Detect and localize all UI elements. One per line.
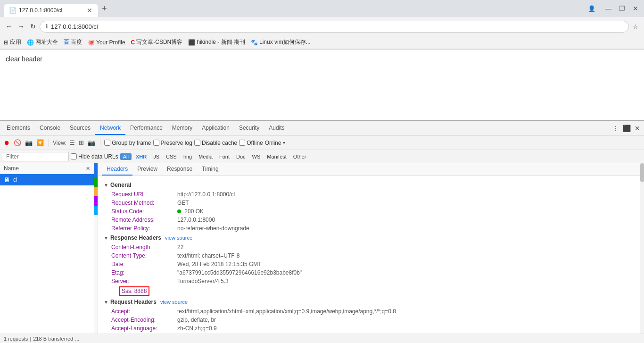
minimize-button[interactable]: — bbox=[603, 3, 613, 14]
date-value: Wed, 28 Feb 2018 12:15:35 GMT bbox=[177, 261, 262, 268]
request-url-label: Request URL: bbox=[111, 191, 177, 198]
page-content: clear header bbox=[0, 50, 644, 120]
tab-network[interactable]: Network bbox=[95, 122, 125, 135]
tab-console[interactable]: Console bbox=[35, 122, 65, 135]
back-button[interactable]: ← bbox=[4, 21, 14, 32]
filter-manifest-button[interactable]: Manifest bbox=[264, 153, 289, 160]
baidu-icon: 百 bbox=[64, 38, 69, 46]
request-headers-view-source[interactable]: view source bbox=[160, 299, 188, 305]
accept-language-label: Accept-Language: bbox=[111, 325, 177, 332]
bookmark-apps[interactable]: ⊞ 应用 bbox=[4, 38, 21, 46]
hide-data-urls-checkbox[interactable]: Hide data URLs bbox=[71, 153, 118, 160]
etag-value: "a6737991cc5dd3559729646616e92b3babe8f0b… bbox=[177, 269, 302, 276]
bookmark-github[interactable]: 🐙 Your Profile bbox=[88, 39, 125, 46]
restore-button[interactable]: ❐ bbox=[617, 3, 627, 14]
tab-performance[interactable]: Performance bbox=[125, 122, 167, 135]
tab-close-button[interactable]: ✕ bbox=[87, 7, 92, 14]
request-icon: 🖥 bbox=[4, 176, 10, 184]
filter-ws-button[interactable]: WS bbox=[250, 153, 263, 160]
apps-icon: ⊞ bbox=[4, 39, 8, 46]
detail-scrollbar[interactable] bbox=[640, 163, 644, 334]
clear-button[interactable]: 🚫 bbox=[13, 138, 22, 147]
requests-header: Name ✕ bbox=[0, 163, 94, 174]
close-window-button[interactable]: ✕ bbox=[631, 3, 640, 14]
dock-bottom-button[interactable]: ⬛ bbox=[621, 123, 633, 134]
tab-sources[interactable]: Sources bbox=[65, 122, 95, 135]
accept-encoding-row: Accept-Encoding: gzip, deflate, br bbox=[104, 316, 635, 324]
general-section-header[interactable]: General bbox=[104, 180, 635, 190]
filter-js-button[interactable]: JS bbox=[151, 153, 162, 160]
request-headers-section-header[interactable]: Request Headers view source bbox=[104, 297, 635, 307]
request-item-cl[interactable]: 🖥 cl bbox=[0, 174, 94, 185]
camera-button[interactable]: 📷 bbox=[24, 138, 33, 147]
bookmark-hikindle[interactable]: ⬛ hikindle - 新闻·期刊 bbox=[188, 38, 245, 46]
remote-address-value: 127.0.0.1:8000 bbox=[177, 217, 215, 223]
remote-address-label: Remote Address: bbox=[111, 217, 177, 223]
detail-tab-headers[interactable]: Headers bbox=[102, 163, 132, 176]
tree-view-button[interactable]: ⊞ bbox=[78, 138, 85, 147]
filter-img-button[interactable]: Img bbox=[181, 153, 194, 160]
close-detail-button[interactable]: ✕ bbox=[86, 166, 90, 172]
filter-input[interactable] bbox=[3, 152, 69, 161]
close-devtools-button[interactable]: ✕ bbox=[633, 123, 642, 134]
csdn-icon: C bbox=[131, 39, 135, 46]
tab-security[interactable]: Security bbox=[234, 122, 264, 135]
bookmark-star-button[interactable]: ☆ bbox=[631, 21, 640, 32]
detail-scrollbar-thumb bbox=[640, 163, 644, 182]
accept-encoding-value: gzip, deflate, br bbox=[177, 317, 216, 323]
preserve-log-checkbox[interactable]: Preserve log bbox=[153, 140, 192, 146]
refresh-button[interactable]: ↻ bbox=[28, 21, 38, 32]
disable-cache-checkbox[interactable]: Disable cache bbox=[194, 140, 237, 146]
detail-tab-response[interactable]: Response bbox=[162, 163, 197, 176]
detail-tab-preview[interactable]: Preview bbox=[132, 163, 162, 176]
capture-screenshots-button[interactable]: 📷 bbox=[87, 138, 96, 147]
accept-encoding-label: Accept-Encoding: bbox=[111, 317, 177, 323]
status-code-label: Status Code: bbox=[111, 208, 177, 215]
filter-xhr-button[interactable]: XHR bbox=[133, 153, 149, 160]
list-view-button[interactable]: ☰ bbox=[68, 138, 76, 147]
filter-bar: Hide data URLs All XHR JS CSS Img Media … bbox=[0, 150, 644, 163]
tab-application[interactable]: Application bbox=[197, 122, 234, 135]
bookmark-linux[interactable]: 🐾 Linux vim如何保存... bbox=[251, 38, 311, 46]
group-by-frame-checkbox[interactable]: Group by frame bbox=[104, 140, 151, 146]
filter-doc-button[interactable]: Doc bbox=[234, 153, 248, 160]
filter-css-button[interactable]: CSS bbox=[164, 153, 179, 160]
tab-memory[interactable]: Memory bbox=[167, 122, 197, 135]
request-method-label: Request Method: bbox=[111, 200, 177, 206]
filter-font-button[interactable]: Font bbox=[217, 153, 232, 160]
tab-audits[interactable]: Audits bbox=[264, 122, 289, 135]
expand-more-icon[interactable]: ▾ bbox=[283, 140, 285, 145]
github-icon: 🐙 bbox=[88, 39, 95, 46]
bookmarks-bar: ⊞ 应用 🌐 网址大全 百 百度 🐙 Your Profile C 写文章-CS… bbox=[0, 36, 644, 49]
server-value: TornadoServer/4.5.3 bbox=[177, 278, 229, 284]
status-separator: | bbox=[30, 336, 31, 342]
filter-media-button[interactable]: Media bbox=[196, 153, 215, 160]
filter-other-button[interactable]: Other bbox=[291, 153, 309, 160]
tab-elements[interactable]: Elements bbox=[2, 122, 35, 135]
bookmark-wangzhi[interactable]: 🌐 网址大全 bbox=[27, 38, 58, 46]
filter-all-button[interactable]: All bbox=[120, 153, 132, 160]
user-icon[interactable]: 👤 bbox=[588, 5, 595, 12]
color-bar-cyan bbox=[94, 206, 98, 215]
url-bar[interactable]: ℹ 127.0.0.1:8000/cl bbox=[40, 21, 629, 33]
filter-button[interactable]: 🔽 bbox=[35, 138, 45, 147]
security-icon: ℹ bbox=[46, 23, 48, 30]
response-headers-view-source[interactable]: view source bbox=[165, 235, 192, 241]
status-more: ... bbox=[75, 336, 79, 342]
dock-side-button[interactable]: ⋮ bbox=[611, 123, 621, 134]
active-tab[interactable]: 📄 127.0.0.1:8000/cl ✕ bbox=[4, 4, 98, 17]
response-headers-section-header[interactable]: Response Headers view source bbox=[104, 233, 635, 243]
date-label: Date: bbox=[111, 261, 177, 268]
content-length-row: Content-Length: 22 bbox=[104, 243, 635, 251]
offline-checkbox[interactable]: Offline bbox=[239, 140, 263, 146]
record-button[interactable]: ⏺ bbox=[3, 138, 11, 147]
online-select[interactable]: Online bbox=[265, 140, 281, 146]
devtools-main: Name ✕ 🖥 cl Headers Preview Response Tim… bbox=[0, 163, 644, 334]
bookmark-baidu[interactable]: 百 百度 bbox=[64, 38, 82, 46]
bookmark-csdn[interactable]: C 写文章-CSDN博客 bbox=[131, 38, 183, 46]
url-text: 127.0.0.1:8000/cl bbox=[51, 23, 623, 30]
new-tab-button[interactable]: + bbox=[98, 2, 111, 16]
forward-button[interactable]: → bbox=[16, 21, 26, 32]
request-method-value: GET bbox=[177, 200, 189, 206]
detail-tab-timing[interactable]: Timing bbox=[197, 163, 223, 176]
